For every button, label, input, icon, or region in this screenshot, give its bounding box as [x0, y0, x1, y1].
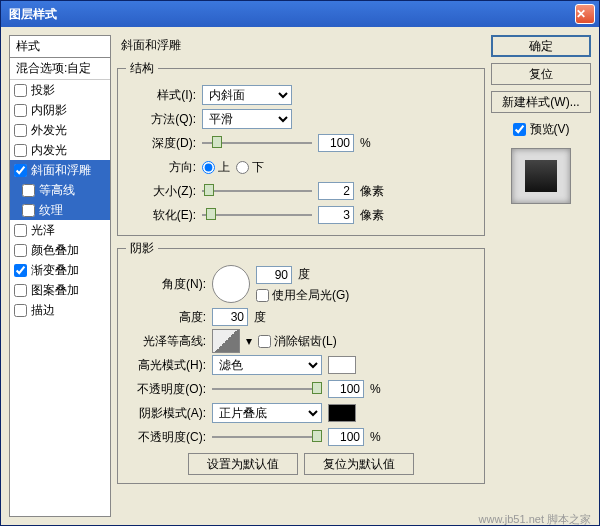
size-unit: 像素 [360, 183, 384, 200]
soften-unit: 像素 [360, 207, 384, 224]
anti-alias-check[interactable]: 消除锯齿(L) [258, 333, 337, 350]
technique-select[interactable]: 平滑 [202, 109, 292, 129]
titlebar: 图层样式 ✕ [1, 1, 599, 27]
direction-up[interactable]: 上 [202, 159, 230, 176]
sidebar-check-4[interactable] [14, 164, 27, 177]
preview-check[interactable]: 预览(V) [491, 121, 591, 138]
layer-style-dialog: 图层样式 ✕ 样式 混合选项:自定 投影内阴影外发光内发光斜面和浮雕等高线纹理光… [0, 0, 600, 526]
gloss-contour-picker[interactable] [212, 329, 240, 353]
highlight-mode-select[interactable]: 滤色 [212, 355, 322, 375]
shadow-mode-select[interactable]: 正片叠底 [212, 403, 322, 423]
sidebar-label: 渐变叠加 [31, 262, 79, 279]
depth-label: 深度(D): [126, 135, 196, 152]
sidebar-check-3[interactable] [14, 144, 27, 157]
soften-slider[interactable] [202, 208, 312, 222]
sidebar-label: 描边 [31, 302, 55, 319]
sidebar-label: 外发光 [31, 122, 67, 139]
new-style-button[interactable]: 新建样式(W)... [491, 91, 591, 113]
style-label: 样式(I): [126, 87, 196, 104]
angle-input[interactable] [256, 266, 292, 284]
technique-label: 方法(Q): [126, 111, 196, 128]
sidebar-item-2[interactable]: 外发光 [10, 120, 110, 140]
structure-legend: 结构 [126, 60, 158, 77]
size-label: 大小(Z): [126, 183, 196, 200]
angle-unit: 度 [298, 266, 310, 283]
styles-sidebar: 样式 混合选项:自定 投影内阴影外发光内发光斜面和浮雕等高线纹理光泽颜色叠加渐变… [9, 35, 111, 517]
close-icon: ✕ [576, 7, 594, 21]
cancel-button[interactable]: 复位 [491, 63, 591, 85]
sidebar-item-3[interactable]: 内发光 [10, 140, 110, 160]
highlight-mode-label: 高光模式(H): [126, 357, 206, 374]
preview-swatch [511, 148, 571, 204]
sidebar-label: 内发光 [31, 142, 67, 159]
sidebar-item-7[interactable]: 光泽 [10, 220, 110, 240]
main-panel: 斜面和浮雕 结构 样式(I): 内斜面 方法(Q): 平滑 深度(D): % [117, 35, 485, 517]
sidebar-check-1[interactable] [14, 104, 27, 117]
depth-input[interactable] [318, 134, 354, 152]
global-light-check[interactable]: 使用全局光(G) [256, 287, 349, 304]
sidebar-item-9[interactable]: 渐变叠加 [10, 260, 110, 280]
dialog-body: 样式 混合选项:自定 投影内阴影外发光内发光斜面和浮雕等高线纹理光泽颜色叠加渐变… [1, 27, 599, 525]
blend-options-row[interactable]: 混合选项:自定 [10, 58, 110, 80]
sidebar-item-11[interactable]: 描边 [10, 300, 110, 320]
style-select[interactable]: 内斜面 [202, 85, 292, 105]
soften-input[interactable] [318, 206, 354, 224]
sidebar-label: 内阴影 [31, 102, 67, 119]
highlight-opacity-label: 不透明度(O): [126, 381, 206, 398]
sidebar-item-0[interactable]: 投影 [10, 80, 110, 100]
size-input[interactable] [318, 182, 354, 200]
right-column: 确定 复位 新建样式(W)... 预览(V) [491, 35, 591, 517]
shadow-opacity-slider[interactable] [212, 430, 322, 444]
sidebar-check-9[interactable] [14, 264, 27, 277]
direction-down[interactable]: 下 [236, 159, 264, 176]
sidebar-label: 颜色叠加 [31, 242, 79, 259]
shadow-mode-label: 阴影模式(A): [126, 405, 206, 422]
highlight-opacity-slider[interactable] [212, 382, 322, 396]
shadow-opacity-input[interactable] [328, 428, 364, 446]
sidebar-check-7[interactable] [14, 224, 27, 237]
shadow-opacity-label: 不透明度(C): [126, 429, 206, 446]
sidebar-check-2[interactable] [14, 124, 27, 137]
close-button[interactable]: ✕ [575, 4, 595, 24]
sidebar-label: 光泽 [31, 222, 55, 239]
shading-group: 阴影 角度(N): 度 使用全局光(G) 高度: 度 [117, 240, 485, 484]
sidebar-header: 样式 [10, 36, 110, 58]
chevron-down-icon[interactable]: ▾ [246, 334, 252, 348]
size-slider[interactable] [202, 184, 312, 198]
structure-group: 结构 样式(I): 内斜面 方法(Q): 平滑 深度(D): % 方向: [117, 60, 485, 236]
make-default-button[interactable]: 设置为默认值 [188, 453, 298, 475]
shadow-color-swatch[interactable] [328, 404, 356, 422]
highlight-color-swatch[interactable] [328, 356, 356, 374]
sidebar-label: 等高线 [39, 182, 75, 199]
soften-label: 软化(E): [126, 207, 196, 224]
sidebar-item-8[interactable]: 颜色叠加 [10, 240, 110, 260]
altitude-input[interactable] [212, 308, 248, 326]
sidebar-label: 斜面和浮雕 [31, 162, 91, 179]
sidebar-item-10[interactable]: 图案叠加 [10, 280, 110, 300]
sidebar-label: 图案叠加 [31, 282, 79, 299]
sidebar-check-5[interactable] [22, 184, 35, 197]
window-title: 图层样式 [9, 6, 575, 23]
dir-up-radio[interactable] [202, 161, 215, 174]
sidebar-item-4[interactable]: 斜面和浮雕 [10, 160, 110, 180]
depth-unit: % [360, 136, 371, 150]
sidebar-check-6[interactable] [22, 204, 35, 217]
ok-button[interactable]: 确定 [491, 35, 591, 57]
shading-legend: 阴影 [126, 240, 158, 257]
angle-dial[interactable] [212, 265, 250, 303]
reset-default-button[interactable]: 复位为默认值 [304, 453, 414, 475]
sidebar-check-8[interactable] [14, 244, 27, 257]
sidebar-check-0[interactable] [14, 84, 27, 97]
sidebar-label: 纹理 [39, 202, 63, 219]
sidebar-label: 投影 [31, 82, 55, 99]
highlight-opacity-input[interactable] [328, 380, 364, 398]
sidebar-item-6[interactable]: 纹理 [10, 200, 110, 220]
sidebar-item-1[interactable]: 内阴影 [10, 100, 110, 120]
sidebar-check-10[interactable] [14, 284, 27, 297]
dir-down-radio[interactable] [236, 161, 249, 174]
sidebar-check-11[interactable] [14, 304, 27, 317]
sidebar-item-5[interactable]: 等高线 [10, 180, 110, 200]
altitude-unit: 度 [254, 309, 266, 326]
depth-slider[interactable] [202, 136, 312, 150]
angle-label: 角度(N): [126, 276, 206, 293]
